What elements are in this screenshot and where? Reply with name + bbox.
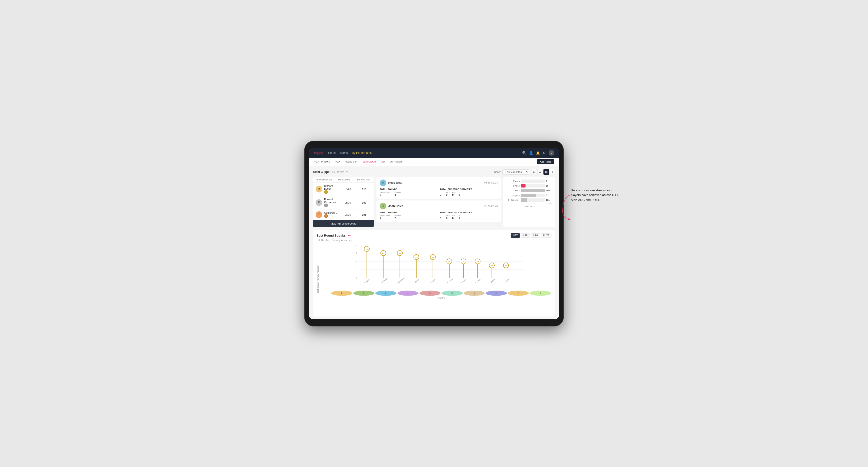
svg-text:R. Butler: R. Butler [489, 278, 496, 282]
bar-value: 96 [546, 185, 552, 187]
svg-text:2: 2 [356, 269, 357, 271]
player-avatars-row: E B D J R E D M R C [331, 290, 552, 296]
filter-putt-btn[interactable]: PUTT [541, 233, 552, 238]
pc-header-2: J Josh Coles 26 Aug 2023 [380, 203, 498, 210]
avatar: R [380, 180, 386, 186]
table-row: C Cameron... 3 17/20 103 [313, 210, 374, 220]
user-icon[interactable]: 👤 [529, 151, 533, 155]
svg-text:6x: 6x [399, 252, 401, 254]
subnav-all-players[interactable]: All Players [390, 159, 403, 164]
list-view-btn[interactable]: ☰ [537, 169, 543, 175]
card-view-btn[interactable]: ▦ [544, 169, 549, 175]
bar-track [521, 189, 545, 192]
user-avatar[interactable]: U [549, 150, 554, 156]
avatar: R [316, 186, 322, 192]
avatar: C [316, 211, 322, 218]
sub-nav: PGAT Players PGA Hcaps 1-5 Team Clippd T… [309, 158, 559, 166]
grid-view-btn[interactable]: ⊞ [531, 169, 537, 175]
stat-value-practice: 4 [394, 193, 401, 196]
filter-ott-btn[interactable]: OTT [511, 233, 520, 238]
stat-col-oft-2: OTT [440, 215, 444, 217]
chart-avatar: E [331, 290, 352, 296]
stat-col-app: APP [446, 191, 450, 193]
nav-link-my-performance[interactable]: My Performance [352, 150, 372, 155]
stat-val-oft-2: 0 [440, 217, 444, 220]
svg-text:J. Coles: J. Coles [413, 278, 420, 282]
bar-fill [521, 180, 521, 183]
bar-row-pars: Pars 499 [507, 189, 552, 192]
show-label: Show [494, 170, 500, 173]
bar-track [521, 184, 545, 187]
svg-text:8: 8 [356, 245, 357, 246]
subnav-team-clippd[interactable]: Team Clippd [361, 159, 376, 164]
lb-header: PLAYER NAME PB SCORE PB AVG SQ [313, 177, 374, 183]
show-controls: Show Last 3 months Last 6 months Last 12… [494, 169, 555, 175]
bell-icon[interactable]: 🔔 [536, 151, 540, 155]
svg-text:5x: 5x [415, 256, 417, 258]
pc-total-rounds-2: Total Rounds Tournament 7 Practice [380, 211, 437, 220]
lb-avg-2: 107 [357, 201, 371, 204]
add-team-button[interactable]: Add Team [537, 159, 554, 164]
axis-label-400: 400 [549, 203, 552, 205]
chart-avatar: R [508, 290, 529, 296]
nav-icons: 🔍 👤 🔔 ⚙ U [522, 150, 554, 156]
lb-score-1: 19/20 [338, 188, 357, 191]
pc-stats-2: Total Rounds Tournament 7 Practice [380, 211, 498, 220]
subnav-pga[interactable]: PGA [335, 159, 340, 164]
pc-stat-title-2: Total Rounds [380, 211, 437, 214]
pc-practice-title: Total Practice Activities [440, 188, 498, 190]
nav-link-teams[interactable]: Teams [339, 150, 348, 155]
stat-label-practice: Practice [394, 191, 401, 193]
view-full-leaderboard-button[interactable]: View Full Leaderboard [313, 220, 374, 227]
team-count: | 14 Players [331, 170, 344, 173]
bar-label: Birdies [507, 185, 520, 187]
pc-practice-title-2: Total Practice Activities [440, 211, 498, 214]
svg-text:M. Miller: M. Miller [474, 278, 481, 283]
team-title: Team Clippd [313, 170, 330, 174]
pc-practice-activities-2: Total Practice Activities OTT 0 APP [440, 211, 498, 220]
settings-icon[interactable]: ⚙ [543, 151, 546, 155]
player-name: Richard Butler [324, 184, 338, 190]
arrow-pointer-icon: ← [348, 233, 351, 238]
stat-col-putt-2: PUTT [459, 215, 464, 217]
streaks-subtitle: Off The Tee, Fairway Accuracy [316, 239, 552, 242]
team-header: Team Clippd | 14 Players ✎ Show Last 3 m… [313, 169, 555, 175]
bar-label: D. Bogeys + [507, 199, 520, 201]
bar-label: Eagles [507, 180, 520, 182]
streaks-header: Best Round Streaks ← OTT APP ARG PUTT [316, 233, 552, 238]
filter-app-btn[interactable]: APP [521, 233, 530, 238]
chart-y-label: Best Streak, Fairway Accuracy [317, 264, 319, 293]
player-cards: R Rees Britt 02 Sep 2023 Total Rounds To… [376, 177, 501, 227]
stat-col-putt: PUTT [459, 191, 464, 193]
bar-track [521, 194, 545, 197]
leaderboard-panel: PLAYER NAME PB SCORE PB AVG SQ R Richard… [313, 177, 374, 227]
time-period-select[interactable]: Last 3 months Last 6 months Last 12 mont… [502, 169, 529, 175]
svg-text:4x: 4x [448, 261, 451, 263]
nav-link-home[interactable]: Home [328, 150, 336, 155]
svg-text:4: 4 [356, 260, 357, 262]
stat-label-tournament-2: Tournament [380, 215, 390, 217]
chart-avatar: C [530, 290, 551, 296]
search-icon[interactable]: 🔍 [522, 151, 526, 155]
edit-icon[interactable]: ✎ [346, 170, 348, 173]
pc-date-2: 26 Aug 2023 [485, 205, 498, 207]
callout-text: Here you can see streaks your players ha… [571, 188, 619, 202]
subnav-pgat[interactable]: PGAT Players [314, 159, 330, 164]
chart-avatar: E [441, 290, 463, 296]
bar-fill [521, 189, 545, 192]
axis-title: Total Shots [507, 205, 552, 208]
table-view-btn[interactable]: ≡ [550, 169, 555, 175]
subnav-tour[interactable]: Tour [380, 159, 385, 164]
subnav-hcaps[interactable]: Hcaps 1-5 [345, 159, 356, 164]
pc-name: Rees Britt [388, 181, 402, 184]
rank-badge-2: 2 [324, 204, 328, 207]
stat-val-oft: 0 [440, 193, 444, 196]
chart-avatar: J [398, 290, 418, 296]
chart-x-label: Players [331, 297, 552, 299]
svg-text:6x: 6x [382, 252, 384, 254]
filter-arg-btn[interactable]: ARG [531, 233, 540, 238]
lb-col-score: PB SCORE [338, 179, 357, 181]
pc-stats: Total Rounds Tournament 8 Practice [380, 188, 498, 196]
stat-val-app-2: 0 [446, 217, 450, 220]
lb-player-3: C Cameron... 3 [316, 211, 338, 218]
